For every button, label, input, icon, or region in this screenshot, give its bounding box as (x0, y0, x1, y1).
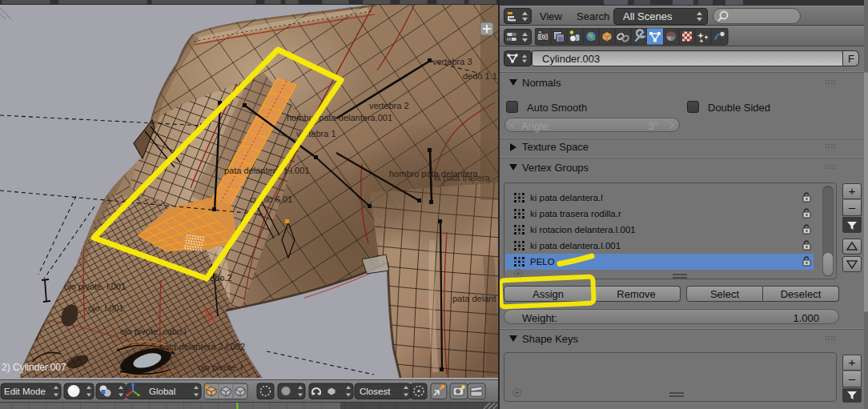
svg-text:pata delant: pata delant (452, 294, 496, 303)
svg-text:vertebra 2: vertebra 2 (369, 101, 409, 110)
svg-text:ki pata trasera: ki pata trasera (434, 173, 491, 182)
svg-text:ojo. l.001: ojo. l.001 (88, 303, 124, 313)
svg-text:vertebra 3: vertebra 3 (432, 57, 472, 66)
svg-text:dedo 1.1: dedo 1.1 (463, 71, 497, 81)
svg-text:hombro pata delantera.001: hombro pata delantera.001 (287, 113, 392, 122)
svg-text:Global: Global (149, 387, 175, 396)
svg-text:Closest: Closest (360, 387, 391, 396)
svg-text:ojo pivote. l: ojo pivote. l (198, 363, 243, 372)
svg-text:ojo pivote. cabo.l: ojo pivote. cabo.l (120, 327, 187, 336)
svg-text:pata delantera 1.l.001: pata delantera 1.l.001 (224, 166, 309, 175)
svg-text:Edit Mode: Edit Mode (4, 387, 46, 396)
svg-text:ojo pivote. l.001: ojo pivote. l.001 (64, 282, 126, 291)
svg-text:2) Cylinder.007: 2) Cylinder.007 (2, 362, 66, 373)
svg-text:pata delantera 2-l.002: pata delantera 2-l.002 (159, 342, 245, 351)
